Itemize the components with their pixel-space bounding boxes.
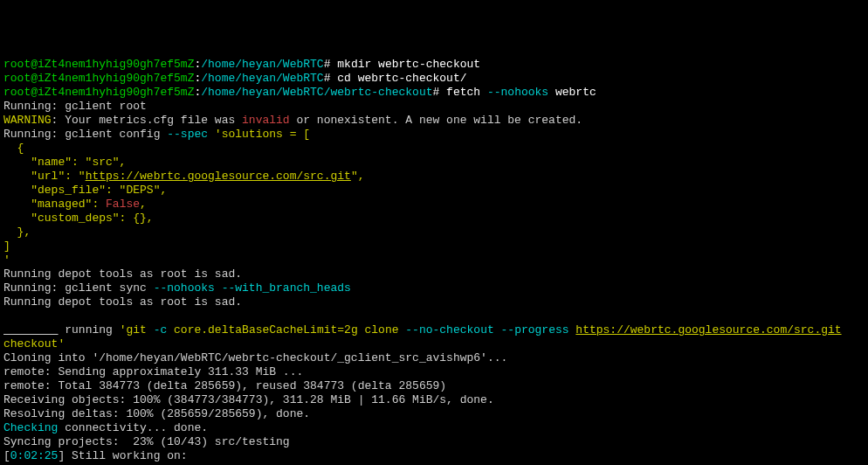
terminal-line: "deps_file": "DEPS", [3, 184, 865, 198]
terminal-segment: webrtc [548, 86, 596, 99]
terminal-line: Syncing projects: 23% (10/43) src/testin… [3, 435, 865, 449]
terminal-segment: root@iZt4nem1hyhig90gh7ef5mZ [3, 58, 194, 71]
terminal-segment: https://webrtc.googlesource.com/src.git [86, 170, 351, 183]
terminal-segment: https://webrtc.googlesource.com/src.git [575, 323, 841, 337]
terminal-segment: ", [351, 170, 365, 183]
terminal-line: [0:02:25] Still working on: [3, 449, 865, 463]
terminal-segment: 'git [120, 323, 154, 337]
terminal-segment: Running: gclient config [3, 128, 167, 141]
terminal-line: "managed": False, [3, 198, 865, 212]
terminal-segment: /home/heyan/WebRTC [201, 72, 323, 85]
terminal-segment: ' [3, 253, 10, 267]
terminal-line [3, 309, 865, 323]
terminal-line: { [3, 142, 865, 156]
terminal-segment: 'solutions = [ [215, 128, 310, 141]
terminal-segment: "deps_file": "DEPS", [3, 184, 167, 197]
terminal-segment: remote: Total 384773 (delta 285659), reu… [3, 379, 446, 392]
terminal-segment: Resolving deltas: 100% (285659/285659), … [3, 407, 310, 420]
terminal-line: ] [3, 239, 865, 253]
terminal-segment: ] Still working on: [58, 449, 187, 462]
terminal-line: WARNING: Your metrics.cfg file was inval… [3, 114, 865, 128]
terminal-line: root@iZt4nem1hyhig90gh7ef5mZ:/home/heyan… [3, 72, 865, 86]
terminal-segment: WARNING [3, 114, 52, 127]
terminal-line: Running: gclient config --spec 'solution… [3, 128, 865, 142]
terminal-segment: }, [3, 226, 31, 239]
terminal-line: Running depot tools as root is sad. [3, 267, 865, 281]
terminal-segment: --no-checkout --progress [405, 323, 568, 337]
terminal-segment: "custom_deps": {}, [3, 212, 154, 225]
terminal-line: Running: gclient root [3, 100, 865, 114]
terminal-segment [842, 323, 849, 337]
terminal-segment [208, 128, 215, 141]
terminal-segment: : Your metrics.cfg file was [52, 114, 242, 127]
terminal-segment: --nohooks --with_branch_heads [154, 281, 351, 295]
terminal-segment: Syncing projects: 23% (10/43) src/testin… [3, 435, 290, 448]
terminal-segment: --spec [167, 128, 208, 141]
terminal-line: Cloning into '/home/heyan/WebRTC/webrtc-… [3, 351, 865, 365]
terminal-line: Running: gclient sync --nohooks --with_b… [3, 281, 865, 295]
terminal-segment: checkout' [3, 337, 65, 350]
terminal-segment: "url": " [3, 170, 86, 183]
terminal-segment: Receiving objects: 100% (384773/384773),… [3, 393, 494, 406]
terminal-segment: /home/heyan/WebRTC/webrtc-checkout [201, 86, 432, 99]
terminal-segment: ] [3, 239, 10, 253]
terminal-segment: Running: gclient root [3, 100, 147, 113]
terminal-line: checkout' [3, 337, 865, 351]
terminal-line: "name": "src", [3, 156, 865, 170]
terminal-segment: --nohooks [487, 86, 548, 99]
terminal-segment: { [3, 142, 24, 155]
terminal-segment: root@iZt4nem1hyhig90gh7ef5mZ [3, 72, 194, 85]
terminal-segment: Running: gclient sync [3, 281, 154, 295]
terminal-segment: Running depot tools as root is sad. [3, 295, 242, 309]
terminal-segment: core.deltaBaseCacheLimit=2g clone [167, 323, 405, 337]
terminal-segment: -c [154, 323, 168, 337]
terminal-segment [3, 309, 10, 323]
terminal-segment: running [58, 323, 119, 337]
terminal-segment: # cd webrtc-checkout/ [324, 72, 467, 85]
terminal-segment: False [106, 198, 140, 211]
terminal-line: "url": "https://webrtc.googlesource.com/… [3, 170, 865, 184]
terminal-line: }, [3, 226, 865, 239]
terminal-line: Checking connectivity... done. [3, 421, 865, 435]
terminal-line: ' [3, 253, 865, 267]
terminal-segment: Cloning into '/home/heyan/WebRTC/webrtc-… [3, 351, 507, 364]
terminal-line: root@iZt4nem1hyhig90gh7ef5mZ:/home/heyan… [3, 86, 865, 100]
terminal-segment: root@iZt4nem1hyhig90gh7ef5mZ [3, 86, 194, 99]
terminal-segment: ________ [3, 323, 58, 337]
terminal-output: root@iZt4nem1hyhig90gh7ef5mZ:/home/heyan… [3, 58, 865, 465]
terminal-line: "custom_deps": {}, [3, 212, 865, 226]
terminal-segment: Checking [3, 421, 58, 434]
terminal-segment: or nonexistent. A new one will be create… [290, 114, 582, 127]
terminal-line: root@iZt4nem1hyhig90gh7ef5mZ:/home/heyan… [3, 58, 865, 72]
terminal-segment: "managed": [3, 198, 106, 211]
terminal-line: remote: Sending approximately 311.33 MiB… [3, 365, 865, 379]
terminal-line: Running depot tools as root is sad. [3, 295, 865, 309]
terminal-segment: connectivity... done. [58, 421, 208, 434]
terminal-segment: # fetch [433, 86, 487, 99]
terminal-segment: "name": "src", [3, 156, 126, 169]
terminal-line: Receiving objects: 100% (384773/384773),… [3, 393, 865, 407]
terminal-line: Resolving deltas: 100% (285659/285659), … [3, 407, 865, 421]
terminal-segment: remote: Sending approximately 311.33 MiB… [3, 365, 303, 378]
terminal-segment: Running depot tools as root is sad. [3, 267, 242, 281]
terminal-segment: [ [3, 449, 10, 462]
terminal-segment: /home/heyan/WebRTC [201, 58, 323, 71]
terminal-line: remote: Total 384773 (delta 285659), reu… [3, 379, 865, 393]
terminal-segment: , [140, 198, 147, 211]
terminal-segment: 0:02:25 [10, 449, 59, 462]
terminal-segment: invalid [242, 114, 290, 127]
terminal-segment: # mkdir webrtc-checkout [324, 58, 480, 71]
terminal-line: ________ running 'git -c core.deltaBaseC… [3, 323, 865, 337]
